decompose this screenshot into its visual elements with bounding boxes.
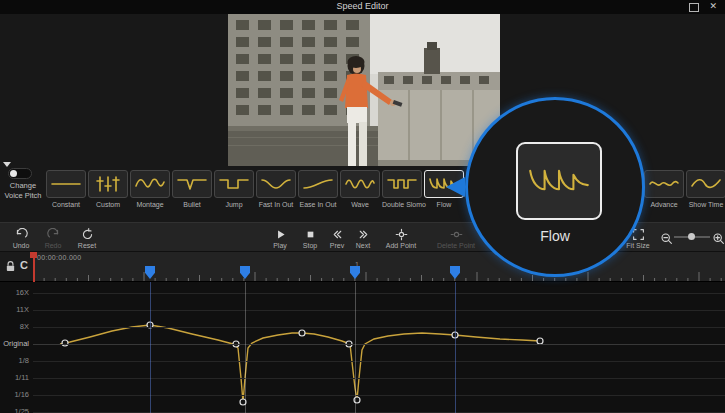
ruler-ticks bbox=[33, 252, 725, 282]
marker-guide-line bbox=[150, 282, 151, 413]
preset-label: Jump bbox=[214, 201, 254, 208]
speed-scale-label: Original bbox=[0, 339, 29, 348]
preset-constant: Constant bbox=[46, 170, 86, 208]
preset-tile-show-time[interactable] bbox=[686, 170, 725, 198]
titlebar: Speed Editor ✕ bbox=[0, 0, 725, 14]
reset-button[interactable]: Reset bbox=[70, 225, 104, 251]
maximize-icon[interactable] bbox=[689, 3, 699, 12]
preset-label: Constant bbox=[46, 201, 86, 208]
preset-ease-in-out: Ease In Out bbox=[298, 170, 338, 208]
play-icon bbox=[274, 228, 287, 241]
marker-guide-line bbox=[455, 282, 456, 413]
reset-icon bbox=[81, 228, 94, 241]
zoom-slider[interactable] bbox=[674, 236, 710, 238]
preset-label: Show Time bbox=[686, 201, 725, 208]
preset-label: Flow bbox=[424, 201, 464, 208]
gridline bbox=[33, 310, 725, 311]
undo-icon bbox=[15, 228, 28, 241]
marker-guide-line bbox=[355, 282, 356, 413]
preset-tile-advance[interactable] bbox=[644, 170, 684, 198]
marker-guide-line bbox=[245, 282, 246, 413]
preset-tile-custom[interactable] bbox=[88, 170, 128, 198]
callout-flow-tile bbox=[516, 142, 602, 220]
speed-curve[interactable] bbox=[0, 282, 725, 413]
collapse-arrow-icon[interactable] bbox=[3, 162, 11, 167]
callout-label: Flow bbox=[468, 228, 642, 244]
preview-frame-image bbox=[228, 14, 500, 166]
preset-custom: Custom bbox=[88, 170, 128, 208]
preset-label: Montage bbox=[130, 201, 170, 208]
speed-scale-label: 1/8 bbox=[0, 356, 29, 365]
zoom-out-icon bbox=[660, 232, 673, 245]
window-title: Speed Editor bbox=[0, 1, 725, 11]
zoom-slider-handle[interactable] bbox=[688, 233, 695, 240]
prev-icon bbox=[331, 228, 344, 241]
preset-tile-ease-in-out[interactable] bbox=[298, 170, 338, 198]
voice-pitch-toggle[interactable] bbox=[8, 168, 32, 179]
zoom-in-button[interactable] bbox=[710, 225, 725, 251]
speed-scale-label: 8X bbox=[0, 322, 29, 331]
play-button[interactable]: Play bbox=[266, 225, 294, 251]
curve-mode-icon[interactable]: C bbox=[20, 259, 28, 271]
add-point-icon bbox=[395, 228, 408, 241]
speed-editor-window: Speed Editor ✕ bbox=[0, 0, 725, 413]
preset-double-slomo: Double Slomo bbox=[382, 170, 422, 208]
timeline-ruler[interactable]: 00:00:00.000 1 bbox=[33, 252, 725, 282]
voice-pitch-label: Change Voice Pitch bbox=[0, 181, 46, 201]
gridline bbox=[33, 395, 725, 396]
preset-tile-fast-in-out[interactable] bbox=[256, 170, 296, 198]
speed-scale-label: 1/16 bbox=[0, 390, 29, 399]
prev-button[interactable]: Prev bbox=[324, 225, 350, 251]
preset-show-time: Show Time bbox=[686, 170, 725, 208]
speed-scale-label: 16X bbox=[0, 288, 29, 297]
playhead[interactable] bbox=[33, 252, 35, 282]
speed-scale-label: 1/25 bbox=[0, 407, 29, 413]
preset-advance: Advance bbox=[644, 170, 684, 208]
stop-icon bbox=[304, 228, 317, 241]
preset-tile-wave[interactable] bbox=[340, 170, 380, 198]
video-preview bbox=[228, 14, 500, 166]
preset-tile-constant[interactable] bbox=[46, 170, 86, 198]
preset-label: Fast In Out bbox=[256, 201, 296, 208]
gridline bbox=[33, 361, 725, 362]
preset-label: Advance bbox=[644, 201, 684, 208]
zoom-out-button[interactable] bbox=[658, 225, 674, 251]
preset-label: Double Slomo bbox=[382, 201, 422, 208]
curve-node[interactable] bbox=[62, 340, 68, 346]
lock-icon[interactable] bbox=[4, 259, 17, 278]
preset-tile-jump[interactable] bbox=[214, 170, 254, 198]
speed-curve-graph[interactable]: 16X11X8XOriginal1/81/111/161/25 bbox=[0, 282, 725, 413]
undo-button[interactable]: Undo bbox=[6, 225, 36, 251]
preset-label: Wave bbox=[340, 201, 380, 208]
preset-label: Bullet bbox=[172, 201, 212, 208]
preset-jump: Jump bbox=[214, 170, 254, 208]
preset-tile-double-slomo[interactable] bbox=[382, 170, 422, 198]
zoom-in-icon bbox=[712, 232, 725, 245]
close-icon[interactable]: ✕ bbox=[709, 1, 717, 11]
delete-point-icon bbox=[450, 228, 463, 241]
redo-button[interactable]: Redo bbox=[38, 225, 68, 251]
gridline bbox=[33, 293, 725, 294]
gridline bbox=[33, 327, 725, 328]
curve-node[interactable] bbox=[299, 330, 305, 336]
next-icon bbox=[357, 228, 370, 241]
speed-scale-label: 11X bbox=[0, 305, 29, 314]
preset-montage: Montage bbox=[130, 170, 170, 208]
next-button[interactable]: Next bbox=[350, 225, 376, 251]
magnifier-callout: Flow bbox=[465, 97, 645, 277]
stop-button[interactable]: Stop bbox=[296, 225, 324, 251]
gridline bbox=[33, 344, 725, 345]
preset-fast-in-out: Fast In Out bbox=[256, 170, 296, 208]
add-point-button[interactable]: Add Point bbox=[378, 225, 424, 251]
preset-label: Ease In Out bbox=[298, 201, 338, 208]
preset-wave: Wave bbox=[340, 170, 380, 208]
redo-icon bbox=[47, 228, 60, 241]
gridline bbox=[33, 378, 725, 379]
preset-bullet: Bullet bbox=[172, 170, 212, 208]
preset-tile-bullet[interactable] bbox=[172, 170, 212, 198]
timeline-left-panel: C bbox=[0, 252, 33, 282]
toggle-knob bbox=[10, 170, 17, 177]
preset-tile-montage[interactable] bbox=[130, 170, 170, 198]
callout-arrow-icon bbox=[446, 177, 465, 197]
preset-label: Custom bbox=[88, 201, 128, 208]
